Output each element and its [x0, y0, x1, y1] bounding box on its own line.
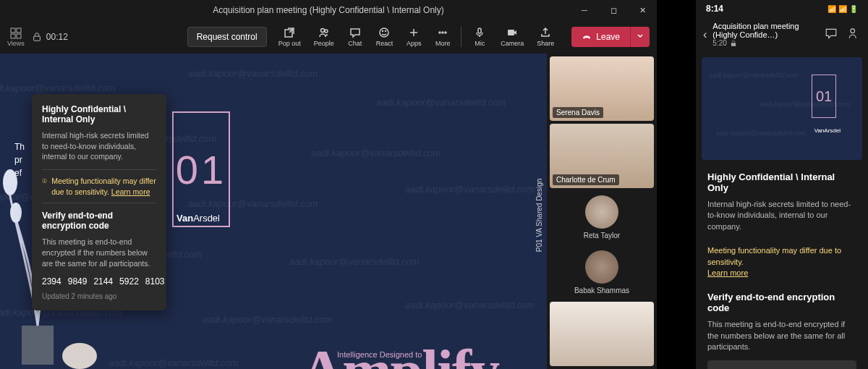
back-button[interactable]: ‹	[703, 28, 707, 41]
chevron-down-icon	[637, 33, 644, 40]
camera-button[interactable]: Camera	[495, 24, 529, 50]
mobile-title: Acquisition plan meeting (Highly Confide…	[712, 22, 819, 47]
svg-point-10	[386, 31, 386, 32]
camera-icon	[506, 27, 518, 38]
mobile-clock: 8:14	[706, 4, 723, 14]
mobile-header: ‹ Acquisition plan meeting (Highly Confi…	[696, 17, 868, 51]
mobile-learn-more-link[interactable]: Learn more	[707, 268, 748, 277]
lock-icon	[730, 40, 737, 47]
encryption-codes: 2394 9849 2144 5922 8103	[42, 276, 156, 287]
svg-point-7	[325, 30, 328, 33]
window-controls: ─ ◻ ✕	[570, 0, 657, 20]
svg-rect-1	[17, 28, 21, 33]
svg-rect-25	[731, 43, 736, 46]
svg-rect-15	[508, 30, 514, 35]
chat-button[interactable]: Chat	[341, 24, 369, 50]
svg-rect-3	[17, 34, 21, 38]
info-icon	[42, 176, 47, 186]
mic-icon	[474, 27, 485, 38]
hangup-icon	[582, 32, 592, 42]
panel-desc: Internal high-risk secrets limited to ne…	[42, 130, 156, 162]
titlebar: Acquisition plan meeting (Highly Confide…	[0, 0, 657, 20]
share-button[interactable]: Share	[531, 24, 560, 50]
panel-title: Highly Confidential \ Internal Only	[42, 104, 156, 124]
mobile-panel-desc: Internal high-risk secrets limited to ne…	[707, 199, 856, 232]
participant-tile[interactable]: Reta Taylor	[550, 191, 654, 243]
svg-point-8	[380, 28, 388, 37]
svg-point-13	[445, 32, 446, 33]
popout-button[interactable]: Pop out	[273, 24, 307, 50]
mobile-shared-slide[interactable]: aadi.kapoor@vanarsdelltd.com aadi.kapoor…	[702, 57, 862, 160]
mobile-status-bar: 8:14 📶 📶 🔋	[696, 0, 868, 17]
plus-icon	[408, 27, 420, 38]
svg-point-21	[10, 203, 22, 223]
maximize-button[interactable]: ◻	[599, 0, 628, 20]
svg-rect-24	[44, 181, 45, 182]
participant-tile[interactable]: Serena Davis	[550, 56, 654, 121]
teams-desktop-window: Acquisition plan meeting (Highly Confide…	[0, 0, 657, 369]
mobile-encryption-codes: 2394 - 9849 - 2144 - 5922 - 8103	[707, 360, 856, 369]
svg-point-9	[383, 31, 383, 32]
svg-point-12	[442, 32, 443, 33]
chat-icon	[349, 27, 361, 38]
svg-point-23	[44, 179, 45, 180]
chat-icon	[825, 27, 838, 40]
participant-tile[interactable]: Charlotte de Crum	[550, 124, 654, 188]
slide-vertical-label: P01 VA Shared Design	[536, 179, 544, 253]
svg-rect-4	[33, 36, 40, 41]
svg-rect-2	[11, 34, 15, 38]
svg-rect-17	[22, 326, 54, 365]
mobile-info-panel: Highly Confidential \ Internal Only Inte…	[696, 166, 868, 369]
people-icon	[848, 27, 861, 40]
mobile-watermark: aadi.kapoor@vanarsdelltd.com aadi.kapoor…	[702, 57, 862, 160]
panel-warning: Meeting functionality may differ due to …	[42, 169, 156, 203]
learn-more-link[interactable]: Learn more	[111, 187, 150, 196]
sensitivity-panel: Highly Confidential \ Internal Only Inte…	[32, 94, 166, 310]
people-button[interactable]: People	[308, 24, 340, 50]
meeting-toolbar: Views 00:12 Request control Pop out Peop…	[0, 20, 657, 54]
more-icon	[437, 27, 448, 38]
meeting-timer: 00:12	[32, 32, 68, 42]
svg-point-11	[439, 32, 441, 33]
mobile-verify-desc: This meeting is end-to-end encrypted if …	[707, 319, 856, 352]
more-button[interactable]: More	[429, 24, 456, 50]
leave-dropdown[interactable]	[630, 27, 650, 47]
popout-icon	[284, 27, 295, 38]
svg-point-18	[3, 169, 17, 195]
minimize-button[interactable]: ─	[570, 0, 599, 20]
mobile-panel-warning: Meeting functionality may differ due to …	[707, 239, 856, 284]
updated-text: Updated 2 minutes ago	[42, 292, 156, 300]
share-icon	[540, 27, 551, 38]
mobile-people-button[interactable]	[848, 27, 861, 42]
meeting-stage: aadi.kapoor@vanarsdelltd.com aadi.kapoor…	[0, 54, 657, 369]
react-icon	[378, 27, 390, 38]
mobile-verify-title: Verify end-to-end encryption code	[707, 292, 856, 313]
svg-point-16	[62, 343, 97, 369]
people-icon	[318, 27, 330, 38]
slide-number-box: 01	[172, 111, 230, 227]
leave-button[interactable]: Leave	[571, 27, 630, 47]
verify-desc: This meeting is end-to-end encrypted if …	[42, 237, 156, 268]
slide-headline: Amplify.	[301, 337, 509, 369]
request-control-button[interactable]: Request control	[187, 27, 267, 47]
svg-point-26	[851, 29, 855, 33]
mobile-slide-brand: VanArsdel	[814, 127, 841, 134]
react-button[interactable]: React	[370, 24, 399, 50]
mobile-signal-icons: 📶 📶 🔋	[827, 5, 858, 13]
svg-rect-0	[11, 28, 15, 33]
participant-tile[interactable]	[550, 302, 654, 366]
mobile-slide-number: 01	[812, 75, 836, 118]
mobile-chat-button[interactable]	[825, 27, 838, 42]
participants-strip: Serena Davis Charlotte de Crum Reta Tayl…	[547, 54, 657, 369]
teams-mobile-window: 8:14 📶 📶 🔋 ‹ Acquisition plan meeting (H…	[696, 0, 868, 369]
views-button[interactable]: Views	[7, 27, 25, 47]
mic-button[interactable]: Mic	[466, 24, 493, 50]
svg-point-6	[320, 29, 324, 33]
lock-icon	[32, 32, 42, 42]
apps-button[interactable]: Apps	[400, 24, 427, 50]
close-button[interactable]: ✕	[628, 0, 657, 20]
slide-brand: VanArsdel	[176, 213, 220, 224]
mobile-panel-title: Highly Confidential \ Internal Only	[707, 171, 856, 193]
window-title: Acquisition plan meeting (Highly Confide…	[213, 5, 444, 15]
participant-tile[interactable]: Babak Shammas	[550, 247, 654, 299]
